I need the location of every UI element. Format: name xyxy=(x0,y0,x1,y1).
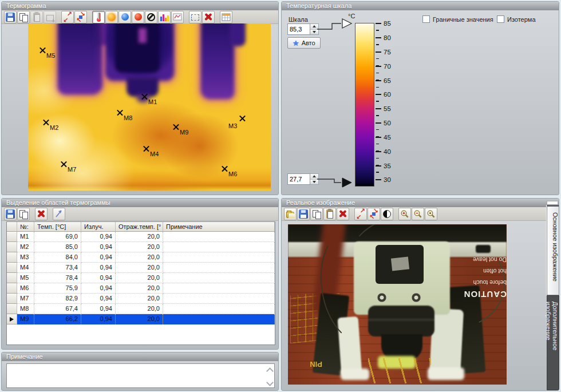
copy-icon xyxy=(19,209,28,219)
spin-down-button[interactable] xyxy=(310,180,318,185)
spin-up-button[interactable] xyxy=(310,24,318,30)
tick-55: 55 xyxy=(384,105,401,112)
histogram-button[interactable] xyxy=(158,11,171,23)
add-image-button[interactable] xyxy=(44,11,56,23)
cell-refl: 20,0 xyxy=(116,294,163,304)
table-row[interactable]: M384,00,9420,0 xyxy=(7,252,275,263)
save-button[interactable] xyxy=(4,208,17,220)
spin-down-button[interactable] xyxy=(310,30,318,35)
cell-id: M4 xyxy=(17,263,34,273)
pointer-button[interactable] xyxy=(53,208,65,220)
cell-refl: 20,0 xyxy=(116,232,163,242)
row-selector[interactable] xyxy=(7,252,17,263)
table-row[interactable]: M867,40,9420,0 xyxy=(7,304,275,314)
table-row[interactable]: M285,00,9420,0 xyxy=(7,242,275,252)
spin-up-button[interactable] xyxy=(310,174,318,180)
contrast-button[interactable] xyxy=(381,208,393,220)
red-sphere-icon xyxy=(135,13,142,21)
line-chart-button[interactable] xyxy=(171,11,184,23)
zoom-in-button[interactable] xyxy=(398,208,411,220)
table-row[interactable]: M169,00,9420,0 xyxy=(7,232,275,242)
col-header-temp[interactable]: Темп. [°C] xyxy=(34,222,81,232)
open-folder-icon xyxy=(286,212,294,218)
marker-cross-icon xyxy=(42,119,49,126)
paste-button[interactable] xyxy=(30,11,43,23)
isotherm-checkbox[interactable] xyxy=(497,15,504,23)
zoom-out-icon xyxy=(413,209,422,219)
fit-window-button[interactable] xyxy=(368,208,380,220)
col-header-emis[interactable]: Излуч. xyxy=(81,222,116,232)
copy-button[interactable] xyxy=(17,208,30,220)
delete-button[interactable] xyxy=(337,208,349,220)
cell-id: M2 xyxy=(17,242,34,252)
tick-70: 70 xyxy=(384,63,401,70)
boundary-values-checkbox[interactable] xyxy=(422,15,430,23)
row-selector-current[interactable] xyxy=(7,314,17,324)
thermogram-panel: Термограмма xyxy=(1,1,279,195)
cell-temp: 73,4 xyxy=(34,263,81,273)
row-selector[interactable] xyxy=(7,294,17,304)
row-selector[interactable] xyxy=(7,263,17,273)
cell-id: M3 xyxy=(17,252,34,263)
auto-button[interactable]: ★ Авто xyxy=(287,37,321,49)
cell-temp: 75,9 xyxy=(34,283,81,294)
table-row[interactable]: M782,90,9420,0 xyxy=(7,294,275,304)
row-selector[interactable] xyxy=(7,232,17,242)
col-header-refl[interactable]: Отраж.темп. [° xyxy=(116,222,163,232)
scale-min-input[interactable] xyxy=(287,173,310,185)
selection-rect-icon xyxy=(191,14,199,21)
hot-sphere-button[interactable] xyxy=(105,11,118,23)
tab-main-image[interactable]: Основное изображение xyxy=(547,205,559,295)
tick-30: 30 xyxy=(384,176,401,183)
cell-note xyxy=(163,283,275,294)
marker-label: M3 xyxy=(228,122,237,129)
open-button[interactable] xyxy=(284,208,297,220)
zoom-actual-button[interactable] xyxy=(425,208,437,220)
palette-grid-button[interactable] xyxy=(220,11,232,23)
scale-min-spinner xyxy=(310,173,319,185)
save-button[interactable] xyxy=(4,11,17,23)
red-sphere-button[interactable] xyxy=(132,11,144,23)
tick-80: 80 xyxy=(384,34,401,41)
table-row[interactable]: M578,40,9420,0 xyxy=(7,273,275,283)
photo-pin-text: PIN xyxy=(299,358,322,369)
table-row[interactable]: M675,90,9420,0 xyxy=(7,283,275,294)
save-button[interactable] xyxy=(297,208,310,220)
add-image-icon xyxy=(46,15,54,21)
note-textarea[interactable] xyxy=(6,363,275,388)
zoom-actual-icon xyxy=(426,209,436,219)
copy-button[interactable] xyxy=(310,208,323,220)
col-header-id[interactable]: №: xyxy=(17,222,34,232)
table-row-selected[interactable]: M966,20,9420,0 xyxy=(7,314,275,324)
spin-up-icon xyxy=(313,25,316,27)
cell-emis: 0,94 xyxy=(81,232,116,242)
cold-sphere-button[interactable] xyxy=(118,11,131,23)
fit-arrows-icon xyxy=(369,209,378,219)
zoom-out-button[interactable] xyxy=(412,208,424,220)
paste-button[interactable] xyxy=(323,208,336,220)
row-selector[interactable] xyxy=(7,304,17,314)
selection-button[interactable] xyxy=(189,11,202,23)
row-selector[interactable] xyxy=(7,242,17,252)
scale-max-input[interactable] xyxy=(287,23,310,35)
expand-arrows-icon xyxy=(356,209,365,219)
marker-cross-icon xyxy=(221,165,228,172)
row-selector[interactable] xyxy=(7,283,17,294)
expand-button[interactable] xyxy=(61,11,74,23)
delete-button[interactable] xyxy=(35,208,48,220)
fit-window-button[interactable] xyxy=(74,11,87,23)
cell-temp: 82,9 xyxy=(34,294,81,304)
no-entry-button[interactable] xyxy=(145,11,157,23)
copy-button[interactable] xyxy=(17,11,30,23)
temperature-colorbar[interactable] xyxy=(355,23,374,187)
thermometer-tool-button[interactable] xyxy=(92,11,105,23)
delete-button[interactable] xyxy=(202,11,215,23)
expand-button[interactable] xyxy=(354,208,367,220)
col-header-note[interactable]: Примечание xyxy=(163,222,275,232)
table-row[interactable]: M473,40,9420,0 xyxy=(7,263,275,273)
toolbar-separator xyxy=(88,17,92,17)
tab-additional-image[interactable]: Дополнительное изображение xyxy=(547,295,559,390)
row-selector[interactable] xyxy=(7,273,17,283)
photo-pcb-squiggle-traces xyxy=(368,358,431,383)
toolbar-separator xyxy=(215,17,219,17)
